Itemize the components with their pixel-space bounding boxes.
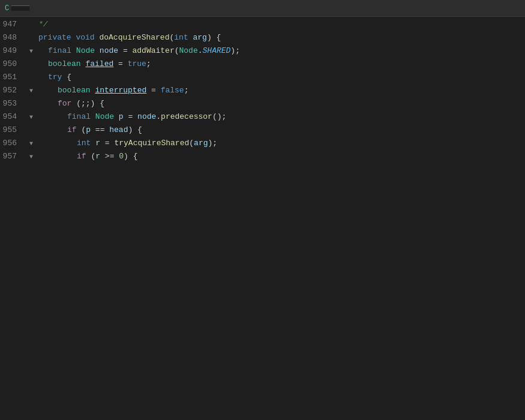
file-type-icon: C <box>5 4 9 13</box>
code-token: = <box>118 44 132 58</box>
lines-wrapper: 947*/948private void doAcquireShared(int… <box>0 17 525 163</box>
code-token: ( <box>169 31 174 44</box>
fold-indicator <box>26 31 36 44</box>
code-line-957: 957▼if (r >= 0) { <box>0 150 525 163</box>
line-content: for (;;) { <box>36 97 525 110</box>
code-token: = <box>124 110 137 124</box>
line-content: final Node node = addWaiter(Node.SHARED)… <box>36 44 525 58</box>
code-token <box>71 44 76 58</box>
fold-arrow-icon[interactable]: ▼ <box>29 48 33 55</box>
code-token: ( <box>77 124 86 137</box>
line-number: 952 <box>0 84 26 97</box>
code-line-952: 952▼boolean interrupted = false; <box>0 84 525 97</box>
code-token: try <box>48 71 62 84</box>
line-number: 956 <box>0 137 26 150</box>
code-token: final <box>67 110 91 124</box>
code-token: void <box>76 31 94 44</box>
code-token: false <box>161 84 184 97</box>
code-token <box>95 44 100 58</box>
code-line-954: 954▼final Node p = node.predecessor(); <box>0 110 525 124</box>
code-line-950: 950boolean failed = true; <box>0 58 525 71</box>
code-token: boolean <box>58 84 91 97</box>
code-token <box>91 110 95 124</box>
code-token <box>81 58 86 71</box>
code-token <box>91 137 95 150</box>
fold-arrow-icon[interactable]: ▼ <box>29 154 33 160</box>
line-number: 951 <box>0 71 26 84</box>
code-token: ); <box>230 44 240 58</box>
code-token: final <box>48 44 71 58</box>
code-token: node <box>100 44 118 58</box>
code-token: if <box>77 150 86 163</box>
code-token: interrupted <box>95 84 146 97</box>
fold-indicator: ▼ <box>26 150 36 163</box>
code-token: (); <box>212 110 226 124</box>
line-content: int r = tryAcquireShared(arg); <box>36 137 525 150</box>
code-token: */ <box>38 18 48 31</box>
code-token: SHARED <box>203 44 231 58</box>
code-token: ) { <box>128 124 142 137</box>
line-number: 953 <box>0 97 26 110</box>
line-content: try { <box>36 71 525 84</box>
fold-indicator: ▼ <box>26 84 36 97</box>
code-token: . <box>156 110 161 124</box>
code-token: p <box>119 110 124 124</box>
code-token: for <box>58 97 71 110</box>
code-token <box>71 31 76 44</box>
line-content: boolean interrupted = false; <box>36 84 525 97</box>
line-number: 955 <box>0 124 26 137</box>
code-token: true <box>128 58 146 71</box>
code-token: ); <box>208 137 217 150</box>
code-token: == <box>91 124 109 137</box>
code-line-955: 955if (p == head) { <box>0 124 525 137</box>
editor-container: 947*/948private void doAcquireShared(int… <box>0 17 525 420</box>
code-token: { <box>62 71 71 84</box>
code-token <box>188 31 193 44</box>
code-token: = <box>100 137 114 150</box>
fold-indicator: ▼ <box>26 137 36 150</box>
code-token: >= <box>100 150 119 163</box>
code-token: ; <box>184 84 189 97</box>
line-number: 947 <box>0 18 26 31</box>
line-number: 948 <box>0 31 26 44</box>
line-content: if (r >= 0) { <box>36 150 525 163</box>
code-token: = <box>113 58 127 71</box>
fold-indicator: ▼ <box>26 110 36 124</box>
title-bar: C <box>0 0 525 17</box>
code-token: int <box>174 31 188 44</box>
code-token: failed <box>85 58 113 71</box>
fold-arrow-icon[interactable]: ▼ <box>29 88 33 94</box>
code-token <box>114 110 119 124</box>
line-number: 954 <box>0 110 26 124</box>
code-line-949: 949▼final Node node = addWaiter(Node.SHA… <box>0 44 525 58</box>
fold-indicator <box>26 18 36 31</box>
line-content: boolean failed = true; <box>36 58 525 71</box>
code-token: ( <box>189 137 194 150</box>
code-token: 0 <box>119 150 124 163</box>
fold-indicator <box>26 124 36 137</box>
code-token <box>95 31 100 44</box>
code-token: doAcquireShared <box>99 31 169 44</box>
editor-tab[interactable] <box>11 5 29 11</box>
line-number: 949 <box>0 44 26 58</box>
code-token: arg <box>194 137 208 150</box>
line-content: final Node p = node.predecessor(); <box>36 110 525 124</box>
code-token: (;;) { <box>71 97 104 110</box>
fold-arrow-icon[interactable]: ▼ <box>29 140 33 147</box>
code-line-951: 951try { <box>0 71 525 84</box>
code-token: . <box>198 44 203 58</box>
code-token: node <box>137 110 156 124</box>
code-token: ) { <box>207 31 221 44</box>
code-token: Node <box>179 44 198 58</box>
editor-area: 947*/948private void doAcquireShared(int… <box>0 17 525 420</box>
line-content: */ <box>36 18 525 31</box>
line-number: 950 <box>0 58 26 71</box>
fold-arrow-icon[interactable]: ▼ <box>29 114 33 121</box>
fold-indicator: ▼ <box>26 44 36 58</box>
code-token: boolean <box>48 58 81 71</box>
code-token: r <box>95 137 100 150</box>
code-token: tryAcquireShared <box>114 137 189 150</box>
fold-indicator <box>26 97 36 110</box>
code-token: r <box>95 150 100 163</box>
code-line-948: 948private void doAcquireShared(int arg)… <box>0 31 525 44</box>
